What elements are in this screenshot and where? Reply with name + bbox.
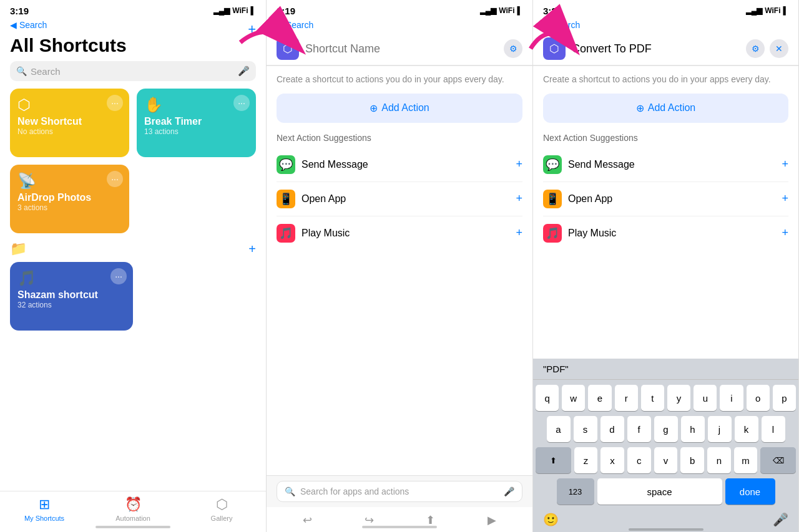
close-button-3[interactable]: ✕ (770, 39, 788, 58)
suggestion-send-message-3[interactable]: 💬 Send Message + (543, 148, 788, 182)
status-bar-3: 3:20 ▂▄▆ WiFi ▌ (533, 0, 798, 19)
shortcut-card-shazam[interactable]: ··· 🎵 Shazam shortcut 32 actions (10, 262, 133, 331)
keyboard-area: "PDF" q w e r t y u i o p a s d f (533, 359, 798, 532)
play-music-plus-2[interactable]: + (516, 226, 522, 239)
status-icons-1: ▂▄▆ WiFi ▌ (213, 6, 256, 15)
send-message-plus-3[interactable]: + (782, 158, 788, 171)
keyboard-row-3: ⬆ z x c v b n m ⌫ (536, 447, 796, 473)
add-action-plus-icon-3: ⊕ (636, 102, 644, 114)
shortcut-card-airdrop[interactable]: ··· 📡 AirDrop Photos 3 actions (10, 165, 129, 233)
key-w[interactable]: w (562, 385, 585, 411)
shortcut-subtitle-new: No actions (17, 127, 122, 136)
mic-key[interactable]: 🎤 (773, 512, 788, 527)
nav-gallery[interactable]: ⬡ Gallery (177, 496, 266, 522)
play-music-plus-3[interactable]: + (782, 226, 788, 239)
search-apps-actions-2[interactable]: 🔍 Search for apps and actions 🎤 (277, 481, 522, 502)
nav-my-shortcuts[interactable]: ⊞ My Shortcuts (0, 496, 89, 522)
key-v[interactable]: v (654, 447, 678, 473)
play-music-label-3: Play Music (568, 228, 775, 239)
search-placeholder-2: Search for apps and actions (300, 486, 409, 496)
shortcut-name-input-3[interactable] (572, 42, 740, 56)
back-row-2: ◀ Search (267, 19, 532, 32)
shortcut-card-break[interactable]: ··· ✋ Break Timer 13 actions (137, 89, 256, 157)
suggestion-open-app-2[interactable]: 📱 Open App + (277, 182, 522, 216)
key-q[interactable]: q (536, 385, 559, 411)
key-z[interactable]: z (574, 447, 598, 473)
back-button-2[interactable]: ◀ Search (277, 20, 313, 30)
key-e[interactable]: e (588, 385, 611, 411)
more-button-break[interactable]: ··· (233, 95, 250, 111)
add-action-label-2: Add Action (381, 102, 429, 114)
more-button-shazam[interactable]: ··· (110, 268, 127, 284)
key-k[interactable]: k (735, 416, 758, 442)
filter-button-3[interactable]: ⚙ (746, 39, 765, 58)
search-bar-1[interactable]: 🔍 Search 🎤 (10, 61, 256, 81)
key-r[interactable]: r (615, 385, 638, 411)
add-action-button-3[interactable]: ⊕ Add Action (543, 94, 788, 123)
shortcut-card-new[interactable]: ··· ⬡ New Shortcut No actions (10, 89, 129, 157)
open-app-plus-3[interactable]: + (782, 192, 788, 205)
wifi-icon-3: WiFi (765, 6, 780, 15)
back-button-1[interactable]: ◀ Search (10, 20, 47, 30)
key-h[interactable]: h (681, 416, 705, 442)
battery-icon-2: ▌ (517, 6, 522, 15)
undo-icon-2[interactable]: ↩ (303, 513, 312, 527)
open-app-icon-2: 📱 (277, 190, 295, 208)
key-o[interactable]: o (747, 385, 770, 411)
open-app-plus-2[interactable]: + (516, 192, 522, 205)
send-message-icon-3: 💬 (543, 155, 562, 174)
suggestion-send-message-2[interactable]: 💬 Send Message + (277, 148, 522, 182)
key-f[interactable]: f (627, 416, 651, 442)
key-m[interactable]: m (734, 447, 758, 473)
key-s[interactable]: s (574, 416, 597, 442)
settings-button-2[interactable]: ⚙ (504, 39, 522, 58)
suggestion-play-music-2[interactable]: 🎵 Play Music + (277, 216, 522, 250)
shift-key[interactable]: ⬆ (536, 447, 571, 473)
shortcut-icon-airdrop: 📡 (17, 172, 122, 190)
key-j[interactable]: j (708, 416, 732, 442)
key-l[interactable]: l (762, 416, 785, 442)
signal-icon: ▂▄▆ (213, 6, 230, 15)
send-message-icon-2: 💬 (277, 155, 295, 174)
key-t[interactable]: t (641, 385, 664, 411)
more-button-new[interactable]: ··· (107, 95, 123, 111)
key-c[interactable]: c (627, 447, 651, 473)
add-action-button-2[interactable]: ⊕ Add Action (277, 94, 522, 123)
key-a[interactable]: a (547, 416, 571, 442)
shortcuts-grid: ··· ⬡ New Shortcut No actions ··· ✋ Brea… (0, 89, 266, 233)
key-g[interactable]: g (654, 416, 678, 442)
send-message-plus-2[interactable]: + (516, 158, 522, 171)
play-icon-2[interactable]: ▶ (488, 513, 496, 527)
emoji-key[interactable]: 🙂 (543, 512, 559, 527)
redo-icon-2[interactable]: ↪ (365, 513, 374, 527)
back-button-3[interactable]: ◀ Search (543, 20, 580, 30)
home-indicator-1 (96, 526, 170, 528)
suggestions-section-3: Next Action Suggestions 💬 Send Message +… (533, 133, 798, 250)
delete-key[interactable]: ⌫ (760, 447, 796, 473)
back-row-1: ◀ Search (0, 19, 266, 32)
key-i[interactable]: i (720, 385, 743, 411)
key-b[interactable]: b (680, 447, 704, 473)
shortcut-name-input-2[interactable] (305, 42, 498, 56)
space-key[interactable]: space (597, 478, 722, 505)
more-button-airdrop[interactable]: ··· (107, 171, 123, 187)
nav-automation[interactable]: ⏰ Automation (89, 496, 177, 522)
suggestion-open-app-3[interactable]: 📱 Open App + (543, 182, 788, 216)
shortcut-icon-new: ⬡ (17, 96, 122, 114)
key-y[interactable]: y (667, 385, 690, 411)
key-u[interactable]: u (694, 385, 717, 411)
key-p[interactable]: p (773, 385, 796, 411)
panel-shortcut-editor: 3:19 ▂▄▆ WiFi ▌ ◀ Search ⬡ ⚙ Create a sh… (267, 0, 533, 532)
key-x[interactable]: x (600, 447, 624, 473)
share-icon-2[interactable]: ⬆ (426, 513, 435, 527)
add-shortcut-button[interactable]: + (248, 21, 256, 37)
back-row-3: ◀ Search (533, 19, 798, 32)
done-key[interactable]: done (725, 478, 775, 505)
shortcut-title-break: Break Timer (144, 116, 248, 127)
keyboard-row-1: q w e r t y u i o p (536, 385, 796, 411)
suggestion-play-music-3[interactable]: 🎵 Play Music + (543, 216, 788, 250)
folder-add-button[interactable]: + (248, 242, 256, 256)
num-key[interactable]: 123 (557, 478, 594, 505)
key-d[interactable]: d (600, 416, 624, 442)
key-n[interactable]: n (707, 447, 731, 473)
